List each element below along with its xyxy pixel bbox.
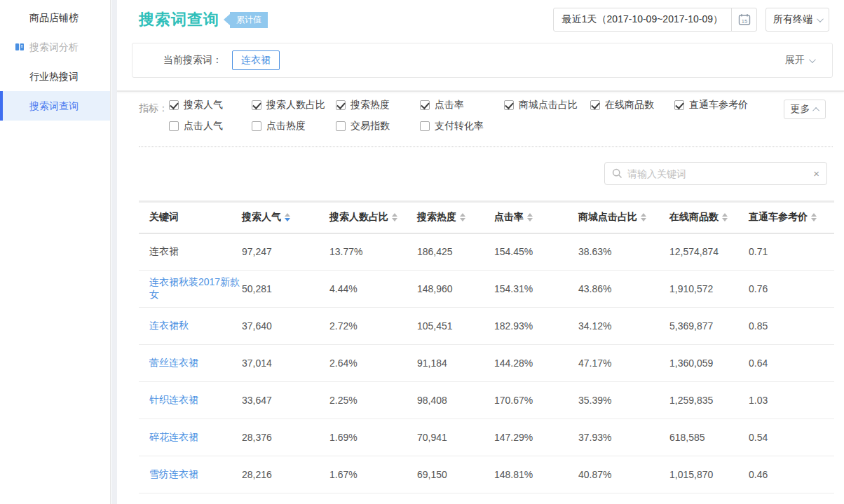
svg-text:15: 15 (741, 18, 747, 25)
keyword-link[interactable]: 针织连衣裙 (149, 394, 198, 405)
keyword-link[interactable]: 连衣裙秋 (149, 320, 189, 331)
checkbox-unchecked-icon[interactable] (169, 121, 179, 131)
column-label: 商城点击占比 (578, 211, 637, 224)
column-header-4[interactable]: 搜索热度 (417, 211, 465, 224)
metric-checkbox-item[interactable]: 交易指数 (336, 120, 420, 132)
expand-label: 展开 (785, 54, 805, 67)
metric-value-cell: 38.63% (578, 233, 669, 271)
keyword-text: 连衣裙 (149, 245, 179, 257)
metric-value-cell: 1.03 (749, 382, 834, 419)
sort-arrows-icon[interactable] (641, 213, 646, 222)
table-row: 连衣裙秋37,6402.72%105,451182.93%34.12%5,369… (139, 308, 834, 345)
checkbox-unchecked-icon[interactable] (420, 121, 430, 131)
metric-label: 点击率 (435, 99, 464, 111)
chevron-down-icon (817, 15, 824, 22)
checkbox-checked-icon[interactable] (420, 100, 430, 110)
more-metrics-button[interactable]: 更多 (784, 100, 826, 119)
checkbox-checked-icon[interactable] (674, 100, 684, 110)
metrics-label: 指标： (139, 102, 168, 115)
metric-value-cell: 28,376 (242, 419, 329, 456)
column-label: 在线商品数 (669, 211, 719, 224)
metric-value-cell: 5,369,877 (669, 308, 749, 345)
metric-checkbox-item[interactable]: 支付转化率 (420, 120, 504, 132)
metric-checkbox-item[interactable]: 点击热度 (252, 120, 336, 132)
date-range-picker[interactable]: 最近1天（2017-10-09~2017-10-09） 15 (553, 8, 757, 32)
metric-checkbox-item[interactable]: 商城点击占比 (504, 99, 590, 111)
sort-arrows-icon[interactable] (392, 213, 397, 222)
sidebar-item-2[interactable]: 搜索词分析 (0, 32, 110, 62)
metric-value-cell: 37,640 (242, 308, 329, 345)
metric-label: 搜索热度 (350, 99, 390, 111)
sidebar-item-4[interactable]: 搜索词查询 (0, 91, 110, 121)
column-header-5[interactable]: 点击率 (494, 211, 533, 224)
keyword-link[interactable]: 连衣裙秋装2017新款女 (149, 276, 240, 300)
dotted-divider (139, 147, 833, 147)
column-header-3[interactable]: 搜索人数占比 (329, 211, 397, 224)
search-input[interactable] (627, 168, 808, 179)
sort-arrows-icon[interactable] (460, 213, 465, 222)
terminal-select[interactable]: 所有终端 (765, 8, 829, 32)
metric-checkbox-item[interactable]: 点击人气 (169, 120, 252, 132)
keyword-search[interactable]: × (604, 162, 827, 185)
metric-label: 支付转化率 (435, 120, 484, 132)
metric-value-cell: 37.93% (578, 419, 669, 456)
metric-value-cell: 105,451 (417, 308, 494, 345)
checkbox-checked-icon[interactable] (590, 100, 600, 110)
metric-value-cell: 147.29% (494, 419, 578, 456)
metric-value-cell: 69,150 (417, 456, 494, 493)
metric-value-cell: 28,216 (242, 456, 329, 493)
metric-value-cell: 0.85 (749, 308, 834, 345)
sort-arrows-icon[interactable] (285, 213, 290, 222)
sidebar-item-label: 行业热搜词 (29, 71, 79, 82)
metric-checkbox-item[interactable]: 直通车参考价 (674, 99, 787, 111)
current-term-panel: 当前搜索词： 连衣裙 展开 (132, 43, 833, 78)
metric-checkbox-item[interactable]: 搜索热度 (336, 99, 420, 111)
checkbox-checked-icon[interactable] (336, 100, 346, 110)
keyword-link[interactable]: 雪纺连衣裙 (149, 468, 198, 479)
calendar-icon[interactable]: 15 (731, 8, 756, 31)
expand-toggle[interactable]: 展开 (785, 54, 814, 67)
metric-value-cell: 618,585 (669, 419, 749, 456)
column-header-6[interactable]: 商城点击占比 (578, 211, 646, 224)
metric-value-cell: 0.54 (749, 419, 834, 456)
checkbox-checked-icon[interactable] (252, 100, 261, 110)
checkbox-checked-icon[interactable] (504, 100, 514, 110)
metric-checkbox-item[interactable]: 在线商品数 (590, 99, 674, 111)
metric-value-cell: 186,425 (417, 233, 494, 271)
metric-checkbox-item[interactable]: 搜索人气 (169, 99, 252, 111)
metric-value-cell: 13.77% (329, 233, 417, 271)
checkbox-checked-icon[interactable] (169, 100, 179, 110)
metric-value-cell: 148.81% (494, 456, 578, 493)
sort-arrows-icon[interactable] (527, 213, 533, 222)
table-row: 碎花连衣裙28,3761.69%70,941147.29%37.93%618,5… (139, 419, 834, 456)
metric-value-cell: 144.28% (494, 345, 578, 382)
table-header-row: 关键词搜索人气搜索人数占比搜索热度点击率商城点击占比在线商品数直通车参考价 (139, 202, 834, 233)
metric-value-cell: 4.44% (329, 271, 417, 308)
keyword-link[interactable]: 碎花连衣裙 (149, 431, 198, 442)
metric-checkbox-item[interactable]: 搜索人数占比 (252, 99, 336, 111)
column-header-8[interactable]: 直通车参考价 (749, 211, 817, 224)
metric-value-cell: 1,360,059 (669, 345, 749, 382)
metric-value-cell: 1.67% (329, 456, 417, 493)
checkbox-unchecked-icon[interactable] (252, 121, 261, 131)
metric-value-cell: 0.76 (749, 271, 834, 308)
metric-label: 搜索人气 (184, 99, 223, 111)
cumulative-badge: 累计值 (224, 12, 268, 28)
keyword-link[interactable]: 蕾丝连衣裙 (149, 357, 198, 368)
metric-value-cell: 12,574,874 (669, 233, 749, 271)
sort-arrows-icon[interactable] (722, 213, 728, 222)
sidebar-item-3[interactable]: 行业热搜词 (0, 62, 110, 91)
metric-value-cell: 43.86% (578, 271, 669, 308)
metric-value-cell: 1.69% (329, 419, 417, 456)
checkbox-unchecked-icon[interactable] (336, 121, 346, 131)
sidebar-item-label: 搜索词分析 (29, 41, 79, 53)
sidebar-item-1[interactable]: 商品店铺榜 (0, 3, 110, 32)
page-title: 搜索词查询 (139, 9, 219, 30)
column-header-7[interactable]: 在线商品数 (669, 211, 728, 224)
clear-search-icon[interactable]: × (813, 168, 819, 179)
sidebar-item-label: 搜索词查询 (29, 100, 79, 111)
current-term-tag[interactable]: 连衣裙 (232, 50, 280, 70)
metric-checkbox-item[interactable]: 点击率 (420, 99, 504, 111)
sort-arrows-icon[interactable] (811, 213, 817, 222)
column-header-2[interactable]: 搜索人气 (242, 211, 290, 224)
